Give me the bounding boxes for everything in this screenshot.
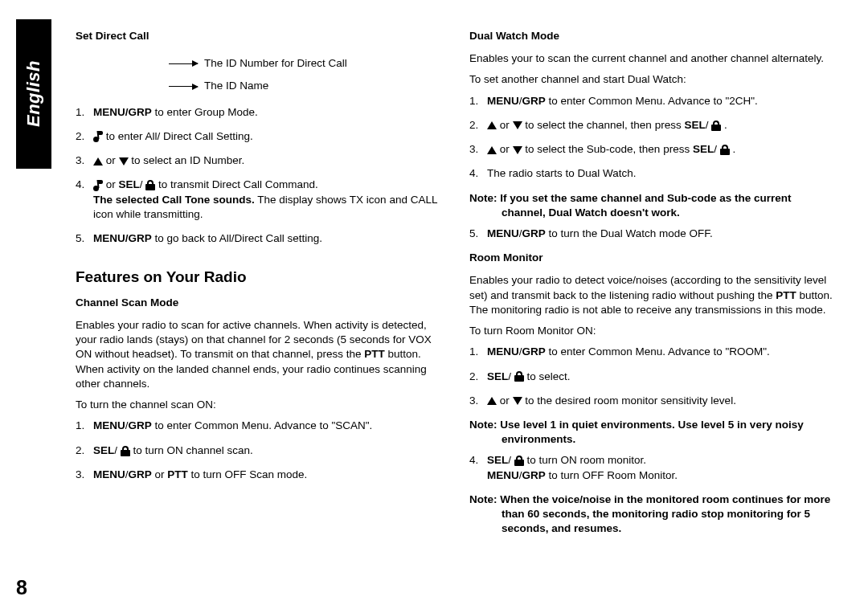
dual-watch-intro: Enables your to scan the current channel…	[469, 51, 836, 66]
note-icon	[93, 180, 103, 191]
room-monitor-steps: MENU/GRP to enter Common Menu. Advance t…	[469, 345, 836, 408]
set-direct-call-steps: MENU/GRP to enter Group Mode. to enter A…	[76, 105, 442, 247]
list-item: MENU/GRP to enter Common Menu. Advance t…	[469, 94, 836, 108]
down-icon	[513, 121, 522, 129]
features-heading: Features on Your Radio	[76, 267, 442, 288]
arrow-right-icon	[169, 63, 198, 64]
dual-watch-step5: MENU/GRP to turn the Dual Watch mode OFF…	[469, 227, 836, 241]
list-item: or to select an ID Number.	[76, 153, 442, 168]
diagram-label: The ID Name	[204, 79, 268, 93]
list-item: MENU/GRP to enter Common Menu. Advance t…	[469, 345, 836, 359]
list-item: SEL/ to turn ON channel scan.	[76, 443, 442, 458]
list-item: or to select the Sub-code, then press SE…	[469, 142, 836, 157]
dual-watch-title: Dual Watch Mode	[469, 29, 836, 43]
dual-watch-steps: MENU/GRP to enter Common Menu. Advance t…	[469, 94, 836, 182]
down-icon	[119, 157, 129, 166]
lock-icon	[514, 371, 524, 382]
id-diagram: The ID Number for Direct Call The ID Nam…	[169, 56, 442, 93]
lock-icon	[711, 121, 721, 131]
diagram-row: The ID Name	[169, 79, 442, 93]
lock-icon	[121, 446, 130, 456]
list-item: SEL/ to turn ON room monitor.MENU/GRP to…	[469, 453, 836, 482]
list-item: or to select the channel, then press SEL…	[469, 118, 836, 133]
channel-scan-sub: To turn the channel scan ON:	[76, 398, 442, 412]
list-item: or SEL/ to transmit Direct Call Command.…	[76, 178, 442, 222]
list-item: MENU/GRP to enter Group Mode.	[76, 105, 442, 120]
up-icon	[487, 121, 497, 129]
set-direct-call-title: Set Direct Call	[76, 29, 442, 43]
channel-scan-steps: MENU/GRP to enter Common Menu. Advance t…	[76, 419, 442, 482]
up-icon	[487, 397, 497, 405]
arrow-right-icon	[169, 86, 198, 87]
room-monitor-title: Room Monitor	[469, 251, 836, 265]
list-item: to enter All/ Direct Call Setting.	[76, 129, 442, 144]
channel-scan-intro: Enables your radio to scan for active ch…	[76, 318, 442, 391]
lock-icon	[720, 145, 730, 155]
language-tab: English	[16, 19, 51, 169]
down-icon	[513, 397, 522, 405]
room-monitor-step4: SEL/ to turn ON room monitor.MENU/GRP to…	[469, 453, 836, 482]
room-monitor-intro: Enables your radio to detect voice/noise…	[469, 273, 836, 317]
up-icon	[93, 157, 103, 166]
left-column: Set Direct Call The ID Number for Direct…	[76, 29, 442, 542]
diagram-label: The ID Number for Direct Call	[204, 56, 347, 71]
room-monitor-sub: To turn Room Monitor ON:	[469, 324, 836, 338]
note-icon	[93, 131, 103, 142]
list-item: or to the desired room monitor sensitivi…	[469, 394, 836, 408]
diagram-row: The ID Number for Direct Call	[169, 56, 442, 71]
page-number: 8	[16, 574, 27, 602]
lock-icon	[145, 180, 155, 190]
list-item: MENU/GRP to go back to All/Direct Call s…	[76, 231, 442, 246]
manual-page: English Set Direct Call The ID Number fo…	[0, 0, 868, 613]
lock-icon	[514, 456, 524, 466]
down-icon	[513, 146, 522, 154]
list-item: The radio starts to Dual Watch.	[469, 166, 836, 181]
list-item: SEL/ to select.	[469, 370, 836, 384]
dual-watch-note: Note: If you set the same channel and Su…	[469, 191, 836, 220]
list-item: MENU/GRP or PTT to turn OFF Scan mode.	[76, 468, 442, 482]
content-columns: Set Direct Call The ID Number for Direct…	[76, 29, 836, 542]
up-icon	[487, 146, 497, 154]
room-monitor-note2: Note: When the voice/noise in the monito…	[469, 492, 836, 537]
list-item: MENU/GRP to enter Common Menu. Advance t…	[76, 419, 442, 433]
room-monitor-note1: Note: Use level 1 in quiet environments.…	[469, 418, 836, 447]
right-column: Dual Watch Mode Enables your to scan the…	[469, 29, 836, 542]
list-item: MENU/GRP to turn the Dual Watch mode OFF…	[469, 227, 836, 241]
channel-scan-title: Channel Scan Mode	[76, 296, 442, 310]
dual-watch-sub: To set another channel and start Dual Wa…	[469, 72, 836, 87]
